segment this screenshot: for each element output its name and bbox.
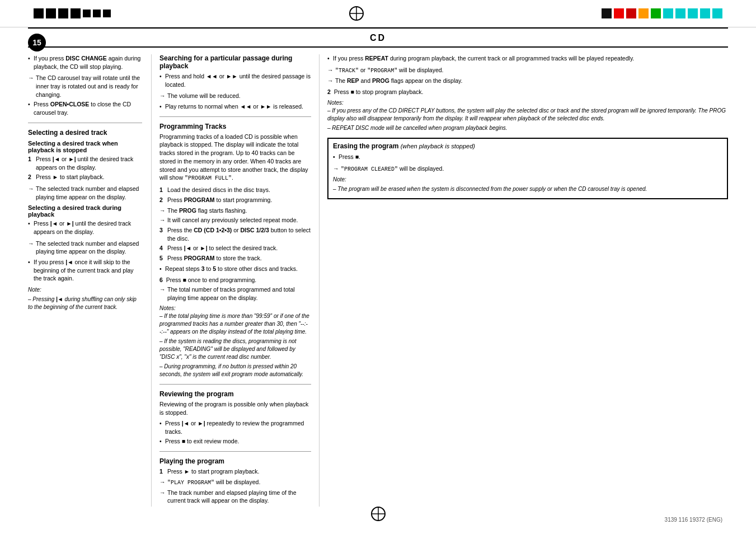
color-square-black [602,8,612,18]
black-square-1 [34,8,44,18]
programming-intro: Programming tracks of a loaded CD is pos… [159,133,311,182]
subsection-during-title: Selecting a desired track during playbac… [28,204,142,218]
top-bar-left-squares [34,8,111,18]
erasing-note-label: Note: [333,176,722,184]
programming-steps-2: 3Press the CD (CD 1•2•3) or DISC 1/2/3 b… [159,226,311,263]
erasing-title: Erasing the program [333,142,401,150]
color-square-red1 [614,8,624,18]
note-mid-3: – During programming, if no button is pr… [159,363,311,378]
prog-arrow-2: It will cancel any previously selected r… [159,216,311,224]
content-area: If you press DISC CHANGE again during pl… [28,48,728,507]
compass-center-icon [349,6,364,21]
during-item-1: Press |◄ or ►| until the desired track a… [28,219,142,236]
document-number: 3139 116 19372 (ENG) [665,517,722,523]
divider-2 [159,116,311,117]
color-square-green [651,8,661,18]
divider-4 [159,451,311,452]
prog-repeat-item: Repeat steps 3 to 5 to store other discs… [159,265,311,273]
right-item-1: If you press REPEAT during program playb… [327,54,728,63]
black-square-7 [103,10,111,17]
during-list-2: If you press |◄ once it will skip to the… [28,258,142,283]
black-square-2 [46,8,56,18]
top-bar-right-squares [602,8,722,18]
during-arrow-1: The selected track number and elapsed pl… [28,240,142,256]
right-arrow-1: "TRACK" or "PROGRAM" will be displayed. [327,66,728,75]
color-square-cyan1 [663,8,673,18]
prog-step-5: 5Press PROGRAM to store the track. [159,254,311,263]
section-select-title: Selecting a desired track [28,129,142,137]
color-square-yellow [638,8,649,18]
prog-step-6-block: 6 Press ■ once to end programming. The t… [159,276,311,302]
search-arrow-1: The volume will be reduced. [159,92,311,100]
note-label: Note: [28,286,142,294]
right-list-1: If you press REPEAT during program playb… [327,54,728,63]
review-intro: Reviewing of the program is possible onl… [159,400,311,416]
color-square-red2 [626,8,636,18]
prog-step-6-arrow: The total number of tracks programmed an… [159,285,311,302]
prog-step-3: 3Press the CD (CD 1•2•3) or DISC 1/2/3 b… [159,226,311,242]
erasing-item-1: Press ■. [333,153,722,161]
review-item-1: Press |◄ or ►| repeatedly to review the … [159,419,311,435]
page-number-badge: 15 [28,34,46,51]
step-stopped-2: 2Press ► to start playback. [28,173,142,181]
section-review-title: Reviewing the program [159,390,311,398]
page-title: CD [28,27,728,48]
prog-step-4: 4Press |◄ or ►| to select the desired tr… [159,244,311,252]
black-square-5 [83,10,91,17]
during-list: Press |◄ or ►| until the desired track a… [28,219,142,236]
erasing-subtitle: (when playback is stopped) [401,143,475,149]
note-right-2: – REPEAT DISC mode will be cancelled whe… [327,124,728,132]
play-arrow-1: "PLAY PROGRAM" will be displayed. [159,478,311,487]
intro-arrow-1: The CD carousel tray will rotate until t… [28,74,142,99]
note-shuffling: – Pressing |◄ during shuffling can only … [28,296,142,311]
search-item-1: Press and hold ◄◄ or ►► until the desire… [159,72,311,88]
erasing-list: Press ■. [333,153,722,161]
during-item-2: If you press |◄ once it will skip to the… [28,258,142,283]
notes-label-right: Notes: [327,100,728,106]
notes-label-mid: Notes: [159,305,311,311]
erasing-note: – The program will be erased when the sy… [333,185,722,193]
color-square-cyan5 [712,8,722,18]
playing-steps: 1Press ► to start program playback. [159,467,311,476]
review-item-2: Press ■ to exit review mode. [159,437,311,446]
bottom-compass-icon [370,506,386,523]
search-list-2: Play returns to normal when ◄◄ or ►► is … [159,102,311,111]
programming-steps: 1Load the desired discs in the disc tray… [159,186,311,204]
black-square-4 [71,8,81,18]
column-right: If you press REPEAT during program playb… [319,54,728,507]
prog-step-1: 1Load the desired discs in the disc tray… [159,186,311,194]
page: 15 CD If you press DISC CHANGE again dur… [0,0,756,534]
play-arrow-2: The track number and elapsed playing tim… [159,489,311,505]
column-left: If you press DISC CHANGE again during pl… [28,54,151,507]
prog-arrow-1: The PROG flag starts flashing. [159,207,311,215]
section-playing-title: Playing the program [159,457,311,465]
intro-item-1: If you press DISC CHANGE again during pl… [28,54,142,71]
step-stopped-arrow: The selected track number and elapsed pl… [28,185,142,201]
prog-step-2: 2Press PROGRAM to start programming. [159,196,311,204]
note-mid-1: – If the total playing time is more than… [159,312,311,336]
note-right-1: – If you press any of the CD DIRECT PLAY… [327,107,728,123]
intro-list-2: Press OPEN•CLOSE to close the CD carouse… [28,100,142,116]
color-square-cyan4 [700,8,710,18]
black-square-6 [93,10,101,17]
divider-3 [159,384,311,385]
search-item-2: Play returns to normal when ◄◄ or ►► is … [159,102,311,111]
intro-list: If you press DISC CHANGE again during pl… [28,54,142,71]
top-bar-center [111,6,602,21]
note-mid-2: – If the system is reading the discs, pr… [159,338,311,361]
divider-1 [28,123,142,123]
prog-repeat: Repeat steps 3 to 5 to store other discs… [159,265,311,273]
review-list: Press |◄ or ►| repeatedly to review the … [159,419,311,446]
erasing-arrow: "PROGRAM CLEARED" will be displayed. [333,165,722,174]
step-stopped-1: 1Press |◄ or ►| until the desired track … [28,155,142,171]
erasing-program-box: Erasing the program (when playback is st… [327,138,728,199]
right-step-2: 2 Press ■ to stop program playback. [327,88,728,96]
intro-item-2: Press OPEN•CLOSE to close the CD carouse… [28,100,142,116]
color-square-cyan2 [675,8,685,18]
section-search-title: Searching for a particular passage durin… [159,54,311,70]
search-list: Press and hold ◄◄ or ►► until the desire… [159,72,311,88]
color-square-cyan3 [688,8,698,18]
section-programming-title: Programming Tracks [159,123,311,130]
right-arrow-2: The REP and PROG flags appear on the dis… [327,77,728,85]
column-middle: Searching for a particular passage durin… [151,54,319,507]
